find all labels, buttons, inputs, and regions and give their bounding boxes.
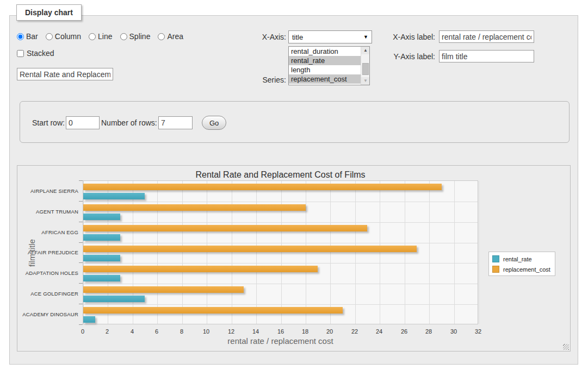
series-multiselect[interactable]: rental_durationrental_ratelengthreplacem… (288, 46, 370, 85)
series-option-length[interactable]: length (289, 65, 369, 74)
series-scrollbar[interactable]: ▲ ▼ (361, 47, 369, 85)
category-label: AGENT TRUMAN (17, 209, 78, 215)
chart-type-option-column[interactable]: Column (46, 32, 81, 41)
grid-line-vertical (232, 181, 232, 324)
x-tick-label: 12 (221, 328, 241, 335)
grid-line-horizontal (83, 263, 478, 264)
category-label: AIRPLANE SIERRA (17, 188, 78, 194)
category-label: ACADEMY DINOSAUR (17, 311, 78, 317)
series-option-rental_rate[interactable]: rental_rate (289, 56, 369, 65)
y-axis-tick (79, 180, 83, 181)
x-tick-label: 16 (271, 328, 290, 335)
scroll-up-icon[interactable]: ▲ (361, 47, 370, 54)
bar-rental_rate (83, 275, 120, 281)
chart-legend: rental_ratereplacement_cost (488, 252, 555, 276)
series-option-replacement_cost[interactable]: replacement_cost (289, 74, 369, 84)
y-axis-label-caption: Y-Axis label: (384, 52, 435, 61)
x-tick-label: 22 (345, 328, 364, 335)
bar-replacement_cost (83, 204, 306, 211)
grid-line-vertical (380, 181, 380, 324)
x-tick-label: 18 (295, 328, 315, 335)
go-button[interactable]: Go (202, 116, 226, 130)
y-axis-tick (79, 242, 83, 243)
chart-type-option-spline[interactable]: Spline (120, 32, 151, 41)
x-tick-label: 0 (73, 328, 92, 335)
chart-type-option-label: Column (55, 32, 81, 41)
grid-line-vertical (355, 181, 356, 324)
x-tick-label: 6 (147, 328, 166, 335)
bar-rental_rate (83, 193, 145, 199)
chart-title: Rental Rate and Replacement Cost of Film… (83, 170, 478, 180)
x-tick-label: 10 (196, 328, 216, 335)
y-axis-tick (79, 262, 83, 263)
scroll-down-icon[interactable]: ▼ (361, 77, 370, 85)
chart-type-option-label: Line (98, 32, 112, 41)
x-axis-label-input[interactable] (439, 30, 534, 43)
plot-area (83, 180, 478, 324)
x-axis-label-caption: X-Axis label: (384, 33, 435, 41)
grid-line-vertical (479, 181, 479, 324)
bar-replacement_cost (83, 184, 442, 190)
category-label: AFFAIR PREJUDICE (17, 249, 78, 255)
chart-type-option-line[interactable]: Line (89, 32, 112, 41)
bar-replacement_cost (83, 225, 367, 231)
grid-line-horizontal (83, 284, 478, 284)
legend-item-replacement_cost: replacement_cost (492, 266, 550, 273)
display-chart-panel: Display chart BarColumnLineSplineArea St… (9, 15, 578, 365)
grid-line-vertical (330, 181, 331, 324)
grid-line-horizontal (83, 243, 478, 243)
stacked-option[interactable]: Stacked (17, 49, 54, 58)
x-tick-label: 26 (394, 328, 414, 335)
chart-type-option-area[interactable]: Area (158, 32, 183, 41)
chart-type-radio-spline[interactable] (120, 33, 127, 40)
x-tick-label: 4 (122, 328, 142, 335)
number-of-rows-caption: Number of rows: (101, 118, 157, 127)
category-label: AFRICAN EGG (17, 229, 78, 235)
chart-type-radio-line[interactable] (89, 33, 96, 40)
start-row-input[interactable] (66, 116, 100, 129)
chart-type-option-bar[interactable]: Bar (17, 32, 38, 41)
x-axis-select[interactable]: title ▼ (288, 30, 372, 43)
panel-legend: Display chart (16, 4, 82, 21)
dropdown-arrow-icon: ▼ (363, 34, 368, 40)
stacked-label-wrap[interactable]: Stacked (17, 49, 54, 58)
legend-item-rental_rate: rental_rate (492, 255, 550, 262)
y-axis-tick (79, 324, 83, 325)
grid-line-vertical (83, 181, 84, 324)
grid-line-vertical (306, 181, 306, 324)
grid-line-horizontal (83, 202, 478, 202)
series-option-rental_duration[interactable]: rental_duration (289, 47, 369, 56)
y-axis-tick (79, 283, 83, 284)
number-of-rows-input[interactable] (158, 116, 193, 129)
x-tick-label: 32 (468, 328, 488, 335)
x-axis-caption: X-Axis: (252, 33, 286, 41)
grid-line-vertical (157, 181, 158, 324)
scrollbar-thumb[interactable] (362, 63, 369, 75)
chart-type-radio-column[interactable] (46, 33, 53, 40)
y-axis-label-input[interactable] (439, 50, 534, 62)
bar-replacement_cost (83, 307, 343, 313)
chart-type-radio-group: BarColumnLineSplineArea (17, 32, 191, 41)
chart-type-radio-area[interactable] (158, 33, 165, 40)
chart-type-option-label: Spline (129, 32, 151, 41)
chart-type-radio-bar[interactable] (17, 33, 24, 40)
y-axis-tick (79, 304, 83, 304)
series-caption: Series: (247, 76, 286, 84)
x-tick-label: 24 (369, 328, 389, 335)
chart-title-input[interactable] (17, 68, 113, 80)
y-axis-tick (79, 222, 83, 222)
series-options: rental_durationrental_ratelengthreplacem… (289, 47, 369, 84)
resize-grip-icon[interactable] (563, 344, 569, 350)
grid-line-vertical (133, 181, 133, 324)
grid-line-horizontal (83, 304, 478, 305)
chart-container: Rental Rate and Replacement Cost of Film… (17, 165, 571, 352)
x-tick-label: 20 (320, 328, 339, 335)
stacked-checkbox[interactable] (17, 50, 24, 57)
chart-type-option-label: Area (167, 32, 183, 41)
bar-rental_rate (83, 296, 145, 302)
grid-line-vertical (405, 181, 405, 324)
x-axis-title: rental rate / replacement cost (83, 336, 478, 346)
bar-rental_rate (83, 214, 120, 220)
start-row-caption: Start row: (32, 118, 65, 127)
grid-line-horizontal (83, 222, 478, 223)
